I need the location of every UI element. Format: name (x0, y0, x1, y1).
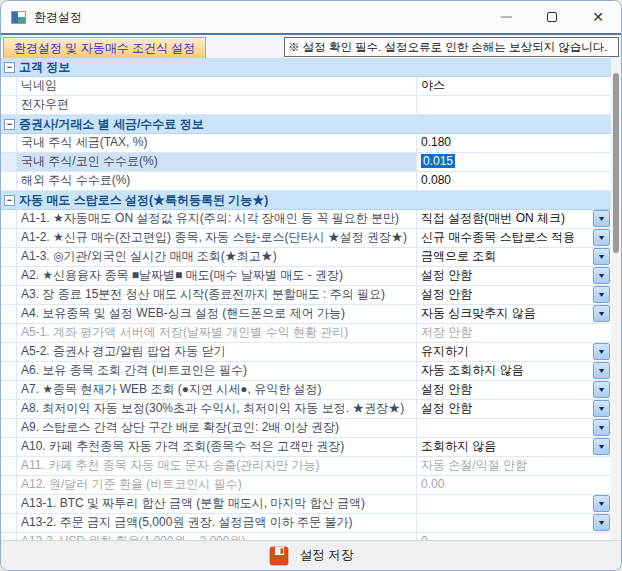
chevron-down-icon: ▼ (597, 348, 606, 355)
row-gutter (1, 362, 17, 380)
row-value[interactable]: ▼ (417, 514, 611, 532)
settings-row[interactable]: A13-2. 주문 금지 금액(5,000원 권장. 설정금액 이하 주문 불가… (1, 514, 611, 533)
settings-row[interactable]: 국내 주식 세금(TAX, %)0.180 (1, 134, 611, 153)
row-gutter (1, 267, 17, 285)
row-label: A1-2. ★신규 매수(잔고편입) 종목, 자동 스탑-로스(단타시 ★설정 … (17, 229, 417, 247)
save-settings-button[interactable]: 설정 저장 (263, 545, 359, 567)
row-value[interactable]: 야스 (417, 77, 611, 95)
row-gutter (1, 438, 17, 456)
row-label: A4. 보유종목 및 설정 WEB-싱크 설정 (핸드폰으로 제어 가능) (17, 305, 417, 323)
dropdown-button[interactable]: ▼ (593, 514, 610, 531)
dropdown-button[interactable]: ▼ (593, 267, 610, 284)
row-label: A12. 원/달러 기준 환율 (비트코인시 필수) (17, 476, 417, 494)
row-label: A1-1. ★자동매도 ON 설정값 유지(주의: 시각 장애인 등 꼭 필요한… (17, 210, 417, 228)
dropdown-button[interactable]: ▼ (593, 229, 610, 246)
settings-row[interactable]: A2. ★신용융자 종목 ■날짜별■ 매도(매수 날짜별 매도 - 권장)설정 … (1, 267, 611, 286)
settings-row[interactable]: 닉네임야스 (1, 77, 611, 96)
row-gutter (1, 514, 17, 532)
minimize-icon (501, 16, 512, 18)
row-label: A5-1. 계좌 평가액 서버에 저장(날짜별 개인별 수익 현황 관리) (17, 324, 417, 342)
dropdown-button[interactable]: ▼ (593, 210, 610, 227)
settings-row[interactable]: A6. 보유 종목 조회 간격 (비트코인은 필수)자동 조회하지 않음▼ (1, 362, 611, 381)
row-value[interactable]: 설정 안함▼ (417, 381, 611, 399)
row-gutter (1, 96, 17, 114)
row-value[interactable]: ▼ (417, 419, 611, 437)
dropdown-button[interactable]: ▼ (593, 438, 610, 455)
dropdown-button[interactable]: ▼ (593, 343, 610, 360)
row-value[interactable]: 설정 안함▼ (417, 267, 611, 285)
row-value: 자동 손절/익절 안함 (417, 457, 611, 475)
row-value[interactable]: 조회하지 않음▼ (417, 438, 611, 456)
settings-row[interactable]: 국내 주식/코인 수수료(%)0.015 (1, 153, 611, 172)
row-label: A9. 스탑로스 간격 상단 구간 배로 확장(코인: 2배 이상 권장) (17, 419, 417, 437)
settings-row[interactable]: 해외 주식 수수료(%)0.080 (1, 172, 611, 191)
row-gutter (1, 77, 17, 95)
dropdown-button[interactable]: ▼ (593, 286, 610, 303)
row-gutter (1, 286, 17, 304)
dropdown-button[interactable]: ▼ (593, 362, 610, 379)
collapse-icon[interactable]: − (4, 195, 15, 206)
settings-row[interactable]: A3. 장 종료 15분전 청산 매도 시작(종료전까지 분할매도 : 주의 필… (1, 286, 611, 305)
row-gutter (1, 495, 17, 513)
close-icon: ✕ (592, 10, 604, 24)
row-value[interactable] (417, 96, 611, 114)
row-label: A5-2. 증권사 경고/알림 팝업 자동 닫기 (17, 343, 417, 361)
settings-row[interactable]: 전자우편 (1, 96, 611, 115)
settings-row[interactable]: A1-1. ★자동매도 ON 설정값 유지(주의: 시각 장애인 등 꼭 필요한… (1, 210, 611, 229)
dropdown-button[interactable]: ▼ (593, 419, 610, 436)
row-value[interactable]: 자동 싱크맞추지 않음▼ (417, 305, 611, 323)
settings-row[interactable]: A5-2. 증권사 경고/알림 팝업 자동 닫기유지하기▼ (1, 343, 611, 362)
row-value[interactable]: 설정 안함▼ (417, 286, 611, 304)
row-value: 0.00 (417, 476, 611, 494)
collapse-icon[interactable]: − (4, 119, 15, 130)
dropdown-button[interactable]: ▼ (593, 400, 610, 417)
row-label: A7. ★종목 현재가 WEB 조회 (●지연 시세●, 유익한 설정) (17, 381, 417, 399)
dropdown-button[interactable]: ▼ (593, 381, 610, 398)
collapse-icon[interactable]: − (4, 62, 15, 73)
row-label: A13-1. BTC 및 짜투리 합산 금액 (분할 매도시, 마지막 합산 금… (17, 495, 417, 513)
settings-row[interactable]: A1-2. ★신규 매수(잔고편입) 종목, 자동 스탑-로스(단타시 ★설정 … (1, 229, 611, 248)
tab-strip: 환경설정 및 자동매수 조건식 설정 ※ 설정 확인 필수. 설정오류로 인한 … (1, 33, 621, 58)
settings-row: A12. 원/달러 기준 환율 (비트코인시 필수)0.00 (1, 476, 611, 495)
row-value[interactable]: 0.015 (417, 153, 611, 171)
tab-settings[interactable]: 환경설정 및 자동매수 조건식 설정 (3, 37, 206, 58)
row-value[interactable]: 0.180 (417, 134, 611, 152)
row-label: A1-3. ◎기관/외국인 실시간 매매 조회(★최고★) (17, 248, 417, 266)
section-title: 증권사/거래소 별 세금/수수료 정보 (19, 116, 204, 133)
window-title: 환경설정 (34, 9, 82, 26)
row-value[interactable]: 자동 조회하지 않음▼ (417, 362, 611, 380)
minimize-button (483, 1, 529, 33)
row-value[interactable]: 금액으로 조회▼ (417, 248, 611, 266)
row-value[interactable]: 0.080 (417, 172, 611, 190)
row-value[interactable]: 신규 매수종목 스탑로스 적용▼ (417, 229, 611, 247)
chevron-down-icon: ▼ (597, 272, 606, 279)
chevron-down-icon: ▼ (597, 424, 606, 431)
scrollbar-thumb[interactable] (613, 73, 619, 253)
settings-grid: −고객 정보닉네임야스전자우편−증권사/거래소 별 세금/수수료 정보국내 주식… (1, 58, 611, 542)
row-value[interactable]: 설정 안함▼ (417, 400, 611, 418)
row-label: 전자우편 (17, 96, 417, 114)
settings-row[interactable]: A10. 카페 추천종목 자동 가격 조회(종목수 적은 고객만 권장)조회하지… (1, 438, 611, 457)
settings-row[interactable]: A8. 최저이익 자동 보정(30%초과 수익시, 최저이익 자동 보정. ★권… (1, 400, 611, 419)
settings-row[interactable]: A13-1. BTC 및 짜투리 합산 금액 (분할 매도시, 마지막 합산 금… (1, 495, 611, 514)
vertical-scrollbar[interactable] (611, 58, 621, 542)
settings-row[interactable]: A7. ★종목 현재가 WEB 조회 (●지연 시세●, 유익한 설정)설정 안… (1, 381, 611, 400)
window-controls: ✕ (483, 1, 621, 33)
row-gutter (1, 343, 17, 361)
settings-row[interactable]: A4. 보유종목 및 설정 WEB-싱크 설정 (핸드폰으로 제어 가능)자동 … (1, 305, 611, 324)
dropdown-button[interactable]: ▼ (593, 495, 610, 512)
row-gutter (1, 305, 17, 323)
section-header: −고객 정보 (1, 58, 611, 77)
dropdown-button[interactable]: ▼ (593, 248, 610, 265)
row-value[interactable]: 유지하기▼ (417, 343, 611, 361)
row-label: 국내 주식 세금(TAX, %) (17, 134, 417, 152)
settings-row[interactable]: A1-3. ◎기관/외국인 실시간 매매 조회(★최고★)금액으로 조회▼ (1, 248, 611, 267)
row-label: A2. ★신용융자 종목 ■날짜별■ 매도(매수 날짜별 매도 - 권장) (17, 267, 417, 285)
maximize-button[interactable] (529, 1, 575, 33)
dropdown-button[interactable]: ▼ (593, 305, 610, 322)
close-button[interactable]: ✕ (575, 1, 621, 33)
settings-row[interactable]: A9. 스탑로스 간격 상단 구간 배로 확장(코인: 2배 이상 권장)▼ (1, 419, 611, 438)
row-value[interactable]: 직접 설정함(매번 ON 체크)▼ (417, 210, 611, 228)
section-title: 자동 매도 스탑로스 설정(★특허등록된 기능★) (19, 192, 268, 209)
row-value[interactable]: ▼ (417, 495, 611, 513)
